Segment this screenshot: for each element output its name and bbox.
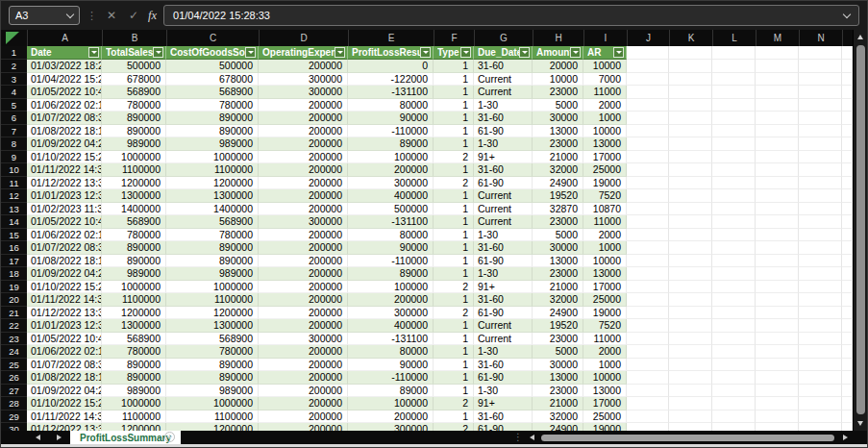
cell[interactable]: 17000 [583,397,627,411]
cell[interactable]: 1000000 [102,151,166,164]
cell[interactable]: Current [474,215,533,229]
empty-cell[interactable] [756,60,799,73]
empty-cell[interactable] [756,241,799,255]
empty-cell[interactable] [756,112,799,125]
empty-cell[interactable] [669,151,712,164]
cell[interactable]: 989000 [102,137,166,151]
cell[interactable]: 300000 [259,73,348,87]
empty-cell[interactable] [712,411,756,424]
cell[interactable]: 1 [434,60,474,73]
column-header-c[interactable]: C [166,30,259,46]
cell[interactable]: 31-60 [474,112,533,125]
cell[interactable]: 1400000 [166,203,259,216]
empty-cell[interactable] [799,281,842,294]
cell[interactable]: 1000000 [166,281,259,294]
empty-cell[interactable] [669,112,712,125]
cell[interactable]: 89000 [348,137,434,151]
cell[interactable]: 31-60 [474,60,533,73]
empty-cell[interactable] [627,333,669,346]
cell[interactable]: 1100000 [102,411,166,424]
empty-cell[interactable] [799,73,842,87]
cell[interactable]: 31-60 [474,163,533,177]
cell[interactable]: -131100 [348,86,434,99]
empty-cell[interactable] [669,423,712,431]
cell[interactable]: 200000 [259,255,348,268]
column-header-l[interactable]: L [712,30,756,46]
cell[interactable]: 01/08/2022 18:15 [27,371,102,385]
cell[interactable]: 91+ [474,281,533,294]
empty-cell[interactable] [756,307,799,320]
empty-cell[interactable] [756,86,799,99]
cell[interactable]: 01/10/2022 15:29 [27,397,102,411]
empty-cell[interactable] [799,397,842,411]
cell[interactable]: 61-90 [474,177,533,190]
cell[interactable]: 10870 [583,203,627,216]
empty-cell[interactable] [627,267,669,281]
column-header-a[interactable]: A [27,30,102,46]
cell[interactable]: 17000 [583,151,627,164]
empty-cell[interactable] [799,189,842,203]
empty-cell[interactable] [669,397,712,411]
empty-cell[interactable] [799,151,842,164]
empty-cell[interactable] [627,371,669,385]
cell[interactable]: 61-90 [474,371,533,385]
empty-cell[interactable] [669,411,712,424]
cell[interactable]: 13000 [583,137,627,151]
empty-cell[interactable] [712,333,756,346]
cell[interactable]: 1100000 [166,163,259,177]
cell[interactable]: 7520 [583,319,627,333]
column-header-h[interactable]: H [533,30,583,46]
cell[interactable]: 5000 [533,345,583,359]
cell[interactable]: 400000 [348,189,434,203]
cell[interactable]: 1-30 [474,229,533,242]
cell[interactable]: 1 [434,215,474,229]
cell[interactable]: 678000 [166,73,259,87]
cell[interactable]: 10000 [583,371,627,385]
cell[interactable]: 19520 [533,319,583,333]
cell[interactable]: 1200000 [166,423,259,431]
cell[interactable]: 989000 [166,137,259,151]
empty-cell[interactable] [627,163,669,177]
next-sheet-icon[interactable] [57,435,62,440]
cell[interactable]: 1 [434,345,474,359]
cell[interactable]: 300000 [348,423,434,431]
cell[interactable]: 200000 [348,163,434,177]
horizontal-scrollbar-thumb[interactable] [541,435,834,441]
empty-cell[interactable] [756,319,799,333]
cell[interactable]: 1300000 [102,319,166,333]
empty-cell[interactable] [756,99,799,112]
row-header-27[interactable]: 27 [1,385,27,398]
empty-cell[interactable] [627,229,669,242]
empty-cell[interactable] [756,281,799,294]
cell[interactable]: 10000 [583,255,627,268]
empty-cell[interactable] [712,163,756,177]
cell[interactable]: 01/07/2022 08:35 [27,112,102,125]
cell[interactable]: 200000 [259,345,348,359]
cell[interactable]: 2 [434,423,474,431]
empty-cell[interactable] [669,371,712,385]
cell[interactable]: 13000 [533,125,583,138]
empty-cell[interactable] [756,177,799,190]
empty-cell[interactable] [669,385,712,398]
cell[interactable]: 1000 [583,112,627,125]
empty-cell[interactable] [799,293,842,307]
empty-cell[interactable] [712,345,756,359]
filter-dropdown-button[interactable] [245,47,256,58]
cell[interactable]: 1300000 [166,319,259,333]
cell[interactable]: 890000 [102,359,166,372]
table-header-cell[interactable]: ProfitLossResult [348,46,434,60]
cell[interactable]: 01/11/2022 14:30 [27,293,102,307]
empty-cell[interactable] [756,203,799,216]
cell[interactable]: 1200000 [166,307,259,320]
cell[interactable]: 24900 [533,307,583,320]
cell[interactable]: 1100000 [166,411,259,424]
empty-cell[interactable] [756,229,799,242]
cell[interactable]: 2 [434,177,474,190]
cell[interactable]: 890000 [166,359,259,372]
empty-cell[interactable] [799,229,842,242]
select-all-corner[interactable] [1,30,27,46]
cell[interactable]: 80000 [348,345,434,359]
cell[interactable]: 1 [434,203,474,216]
cell[interactable]: 1100000 [166,293,259,307]
cell[interactable]: 23000 [533,333,583,346]
